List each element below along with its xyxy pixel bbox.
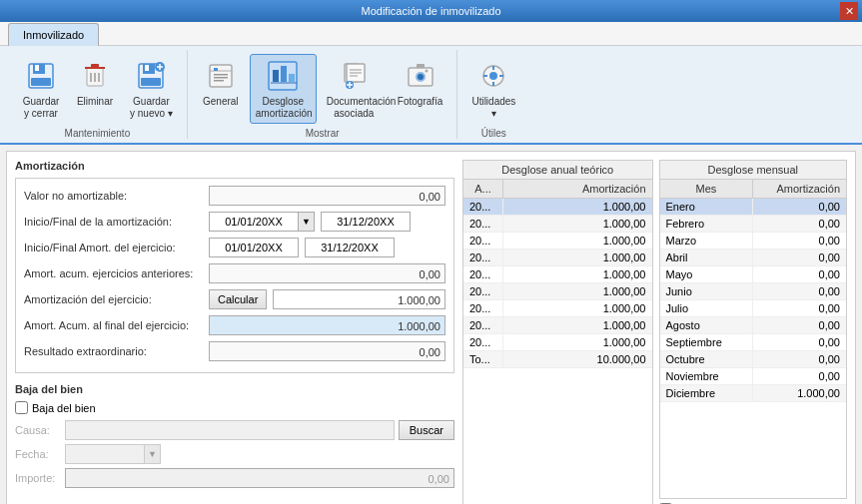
close-button[interactable]: ✕ <box>840 2 858 20</box>
fecha-input[interactable] <box>65 444 145 464</box>
guardar-cerrar-button[interactable]: Guardary cerrar <box>16 54 66 124</box>
svg-point-41 <box>425 70 428 73</box>
td-amort2: 0,00 <box>753 283 846 299</box>
td-year: 20... <box>463 216 503 232</box>
eliminar-label: Eliminar <box>77 96 113 108</box>
title-bar: Modificación de inmovilizado ✕ <box>0 0 862 22</box>
svg-rect-7 <box>91 64 99 68</box>
td-mes: Octubre <box>660 351 754 367</box>
desglose-row[interactable]: 20...1.000,00 <box>463 216 652 233</box>
utilidades-button[interactable]: Utilidades▾ <box>465 54 521 124</box>
td-amort: 1.000,00 <box>503 300 652 316</box>
guardar-nuevo-label: Guardary nuevo ▾ <box>130 96 173 120</box>
general-button[interactable]: General <box>196 54 246 112</box>
fecha-arrow[interactable]: ▼ <box>145 444 161 464</box>
causa-input[interactable] <box>65 420 395 440</box>
td-amort: 1.000,00 <box>503 317 652 333</box>
amort-acum-final-row: Amort. Acum. al final del ejercicio: 1.0… <box>24 314 445 336</box>
td-mes: Febrero <box>660 216 754 232</box>
svg-rect-38 <box>417 64 425 68</box>
guardar-nuevo-button[interactable]: Guardary nuevo ▾ <box>124 54 179 124</box>
resultado-extra-row: Resultado extraordinario: 0,00 <box>24 340 445 362</box>
desglose-row[interactable]: 20...1.000,00 <box>463 300 652 317</box>
desglose-row[interactable]: To...10.000,00 <box>463 351 652 368</box>
svg-rect-21 <box>214 74 228 76</box>
mantenimiento-buttons: Guardary cerrar Eliminar <box>16 50 179 124</box>
baja-checkbox[interactable] <box>15 401 28 414</box>
fecha-row: Fecha: ▼ <box>15 444 454 464</box>
amort-acum-ant-label: Amort. acum. ejercicios anteriores: <box>24 267 209 279</box>
mensual-row[interactable]: Abril0,00 <box>660 250 847 266</box>
inicio-ejercicio-input[interactable] <box>209 238 299 257</box>
td-year: 20... <box>463 266 503 282</box>
desglose-amort-label: Desgloseamortización <box>256 96 311 120</box>
right-panel: Desglose anual teórico A... Amortización… <box>462 160 847 504</box>
desglose-mensual-wrapper: Desglose mensual Mes Amortización Enero0… <box>659 160 848 504</box>
causa-row: Causa: Buscar <box>15 420 454 440</box>
fecha-date-wrapper: ▼ <box>65 444 161 464</box>
td-amort2: 1.000,00 <box>753 385 846 401</box>
desglose-row[interactable]: 20...1.000,00 <box>463 266 652 283</box>
mensual-row[interactable]: Marzo0,00 <box>660 233 847 250</box>
ribbon-tabs: Inmovilizado <box>0 22 862 46</box>
mensual-row[interactable]: Junio0,00 <box>660 283 847 300</box>
valor-no-amort-row: Valor no amortizable: 0,00 <box>24 185 445 207</box>
desglose-row[interactable]: 20...1.000,00 <box>463 199 652 216</box>
desglose-row[interactable]: 20...1.000,00 <box>463 233 652 250</box>
mensual-row[interactable]: Agosto0,00 <box>660 317 847 334</box>
documentacion-button[interactable]: Documentaciónasociada <box>321 54 388 124</box>
td-amort: 1.000,00 <box>503 250 652 265</box>
final-amort-input[interactable] <box>321 212 411 232</box>
svg-rect-14 <box>141 78 161 86</box>
mensual-row[interactable]: Julio0,00 <box>660 300 847 317</box>
resultado-extra-label: Resultado extraordinario: <box>24 345 209 357</box>
desglose-row[interactable]: 20...1.000,00 <box>463 334 652 351</box>
ribbon-group-mantenimiento: Guardary cerrar Eliminar <box>8 50 188 139</box>
td-amort2: 0,00 <box>753 199 846 215</box>
mensual-row[interactable]: Noviembre0,00 <box>660 368 847 385</box>
mensual-row[interactable]: Mayo0,00 <box>660 266 847 283</box>
mensual-row[interactable]: Octubre0,00 <box>660 351 847 368</box>
td-mes: Abril <box>660 250 754 265</box>
td-year: 20... <box>463 300 503 316</box>
importe-label: Importe: <box>15 472 65 484</box>
desglose-row[interactable]: 20...1.000,00 <box>463 250 652 266</box>
utiles-group-label: Útiles <box>481 124 506 139</box>
svg-rect-20 <box>214 68 218 71</box>
td-year: 20... <box>463 199 503 215</box>
svg-rect-3 <box>31 78 51 86</box>
desglose-amort-button[interactable]: Desgloseamortización <box>250 54 317 124</box>
td-amort: 1.000,00 <box>503 334 652 350</box>
final-ejercicio-input[interactable] <box>305 238 395 257</box>
tab-inmovilizado[interactable]: Inmovilizado <box>8 23 99 46</box>
td-amort2: 0,00 <box>753 317 846 333</box>
baja-checkbox-row: Baja del bien <box>15 401 454 414</box>
inicio-final-amort-row: Inicio/Final de la amortización: ▼ <box>24 211 445 233</box>
inicio-amort-arrow[interactable]: ▼ <box>299 212 315 232</box>
svg-rect-46 <box>483 75 487 77</box>
td-mes: Junio <box>660 283 754 299</box>
td-mes: Diciembre <box>660 385 754 401</box>
desglose-row[interactable]: 20...1.000,00 <box>463 283 652 300</box>
eliminar-button[interactable]: Eliminar <box>70 54 120 112</box>
mensual-row[interactable]: Febrero0,00 <box>660 216 847 233</box>
desglose-teorico-title: Desglose anual teórico <box>463 161 652 180</box>
desglose-row[interactable]: 20...1.000,00 <box>463 317 652 334</box>
baja-checkbox-label: Baja del bien <box>32 402 96 414</box>
mensual-row[interactable]: Diciembre1.000,00 <box>660 385 847 402</box>
inicio-amort-input[interactable] <box>209 212 299 232</box>
mensual-row[interactable]: Enero0,00 <box>660 199 847 216</box>
amort-acum-ant-row: Amort. acum. ejercicios anteriores: 0,00 <box>24 262 445 284</box>
causa-label: Causa: <box>15 424 65 436</box>
amort-ejercicio-label: Amortización del ejercicio: <box>24 293 209 305</box>
td-amort: 1.000,00 <box>503 233 652 249</box>
calcular-button[interactable]: Calcular <box>209 289 267 309</box>
buscar-button[interactable]: Buscar <box>399 420 454 440</box>
mensual-row[interactable]: Septiembre0,00 <box>660 334 847 351</box>
inicio-final-ejercicio-label: Inicio/Final Amort. del ejercicio: <box>24 242 209 253</box>
svg-rect-23 <box>214 80 224 82</box>
baja-title: Baja del bien <box>15 383 454 395</box>
utiles-buttons: Utilidades▾ <box>465 50 521 124</box>
svg-rect-25 <box>273 70 279 82</box>
fotografia-button[interactable]: Fotografía <box>392 54 449 112</box>
